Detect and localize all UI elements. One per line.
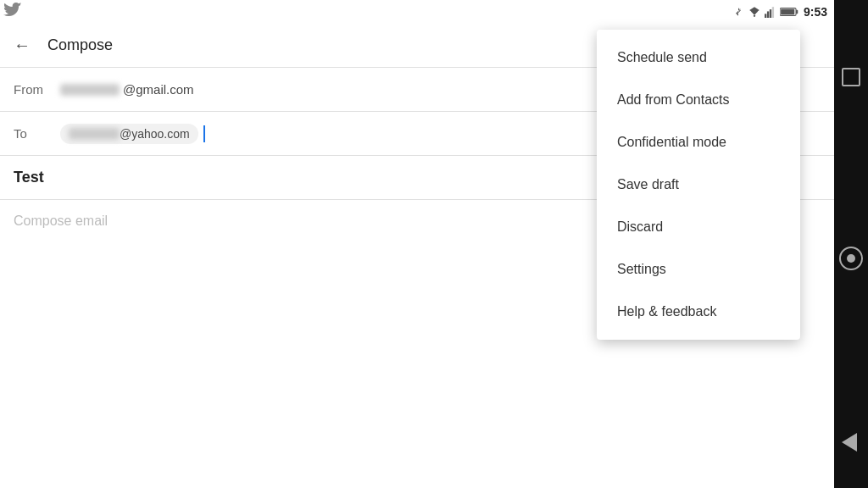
nav-circle-inner [847, 254, 855, 263]
menu-item-settings[interactable]: Settings [597, 248, 800, 291]
twitter-icon [3, 3, 22, 21]
to-chip: @yahoo.com [60, 124, 198, 144]
menu-item-discard[interactable]: Discard [597, 206, 800, 248]
nav-recent-button[interactable] [839, 247, 863, 270]
menu-item-confidential[interactable]: Confidential mode [597, 121, 800, 164]
from-email-domain: @gmail.com [123, 82, 194, 97]
svg-rect-6 [770, 9, 771, 18]
wifi-icon [748, 6, 761, 18]
svg-rect-9 [796, 10, 798, 14]
text-cursor [203, 125, 205, 142]
from-email-blurred [60, 84, 120, 96]
dropdown-menu: Schedule send Add from Contacts Confiden… [597, 30, 800, 340]
menu-item-help[interactable]: Help & feedback [597, 291, 800, 333]
svg-rect-5 [767, 11, 769, 18]
subject-text: Test [14, 169, 44, 186]
body-placeholder: Compose email [14, 214, 108, 228]
status-bar-left [3, 3, 22, 21]
nav-home-button[interactable] [842, 68, 860, 86]
back-button[interactable]: ← [10, 32, 34, 58]
to-value: @yahoo.com [60, 124, 205, 144]
bluetooth-icon [732, 6, 744, 18]
battery-icon [780, 7, 798, 17]
svg-rect-4 [765, 14, 766, 18]
from-value: @gmail.com [60, 82, 194, 97]
menu-item-save-draft[interactable]: Save draft [597, 164, 800, 206]
svg-rect-10 [781, 9, 794, 15]
svg-point-3 [754, 15, 755, 17]
from-label: From [14, 82, 60, 97]
menu-item-schedule-send[interactable]: Schedule send [597, 36, 800, 79]
menu-item-add-contacts[interactable]: Add from Contacts [597, 79, 800, 121]
nav-back-arrow [842, 433, 857, 452]
svg-rect-7 [772, 7, 774, 18]
compose-title: Compose [47, 36, 113, 54]
signal-icon [765, 6, 776, 18]
status-bar-right: 9:53 [732, 5, 827, 19]
nav-bar [834, 0, 868, 488]
to-email-domain: @yahoo.com [120, 127, 190, 141]
nav-back-button[interactable] [839, 430, 863, 454]
to-label: To [14, 126, 60, 141]
to-email-blurred [69, 128, 120, 140]
time-display: 9:53 [804, 5, 827, 19]
status-bar: 9:53 [0, 0, 834, 24]
